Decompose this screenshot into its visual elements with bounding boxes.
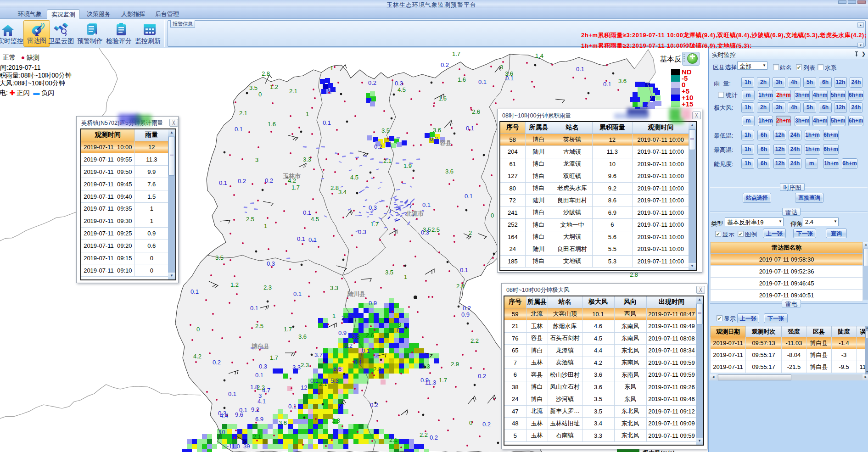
svg-text:0.1: 0.1 (465, 193, 473, 200)
svg-text:0.9: 0.9 (369, 300, 377, 307)
svg-text:2.5: 2.5 (431, 226, 440, 233)
svg-text:0.2: 0.2 (368, 79, 376, 86)
svg-text:1.6: 1.6 (268, 121, 276, 128)
svg-text:0.1: 0.1 (310, 377, 319, 384)
svg-text:0.3: 0.3 (259, 363, 267, 370)
svg-text:0.2: 0.2 (370, 402, 378, 408)
svg-text:0.1: 0.1 (323, 119, 331, 126)
svg-text:1.2: 1.2 (230, 281, 239, 288)
svg-text:0.3: 0.3 (395, 80, 403, 87)
svg-text:0.9: 0.9 (461, 311, 470, 318)
svg-text:2.9: 2.9 (451, 361, 459, 368)
svg-text:11.3: 11.3 (425, 379, 436, 386)
svg-text:2.1: 2.1 (253, 433, 261, 440)
svg-text:3.5: 3.5 (215, 254, 224, 261)
svg-text:3.3: 3.3 (303, 156, 311, 163)
svg-text:4.7: 4.7 (262, 387, 270, 394)
svg-text:-11.0: -11.0 (227, 443, 240, 450)
svg-text:北流市: 北流市 (405, 210, 424, 217)
svg-text:2.2: 2.2 (344, 342, 353, 349)
svg-text:1.2: 1.2 (270, 84, 278, 90)
svg-text:0.2: 0.2 (238, 178, 246, 184)
svg-text:2.8: 2.8 (373, 366, 381, 373)
svg-text:0.1: 0.1 (422, 201, 431, 208)
svg-text:0.3: 0.3 (369, 204, 377, 211)
svg-text:0.1: 0.1 (250, 305, 258, 312)
svg-text:0.2: 0.2 (265, 177, 273, 184)
svg-text:0: 0 (258, 91, 262, 98)
svg-text:4.1: 4.1 (258, 398, 266, 405)
svg-text:0.1: 0.1 (328, 86, 336, 93)
svg-text:2.5: 2.5 (255, 323, 263, 329)
svg-text:10: 10 (218, 429, 225, 435)
svg-text:3.4: 3.4 (338, 189, 347, 195)
svg-text:3.7: 3.7 (314, 352, 323, 358)
svg-text:2.1: 2.1 (383, 157, 392, 164)
svg-text:0.1: 0.1 (466, 125, 474, 132)
svg-text:2.1: 2.1 (389, 436, 398, 443)
svg-text:1.8: 1.8 (250, 384, 258, 391)
svg-text:2.8: 2.8 (262, 70, 270, 77)
svg-text:2.8: 2.8 (456, 283, 465, 290)
svg-text:3.6: 3.6 (433, 127, 441, 134)
svg-text:0.2: 0.2 (482, 421, 491, 428)
svg-text:0.1: 0.1 (293, 290, 302, 297)
svg-text:1.7: 1.7 (270, 354, 278, 361)
svg-text:12: 12 (301, 384, 307, 391)
svg-text:1: 1 (306, 111, 309, 117)
svg-text:0.2: 0.2 (397, 327, 405, 334)
svg-text:0.2: 0.2 (213, 359, 221, 366)
svg-text:0.2: 0.2 (374, 143, 382, 150)
svg-text:0.1: 0.1 (362, 347, 370, 354)
svg-text:0.1: 0.1 (288, 403, 297, 410)
svg-text:9.2: 9.2 (251, 406, 259, 413)
svg-text:3.3: 3.3 (330, 285, 338, 291)
svg-text:3.6: 3.6 (445, 168, 454, 175)
svg-text:容县: 容县 (439, 140, 452, 146)
svg-text:8.6: 8.6 (333, 365, 342, 372)
svg-text:2.2: 2.2 (420, 431, 428, 438)
svg-text:3.6: 3.6 (505, 70, 513, 77)
svg-text:0.1: 0.1 (308, 236, 317, 243)
svg-text:1: 1 (330, 65, 333, 72)
svg-text:0.1: 0.1 (297, 235, 305, 242)
svg-text:0.1: 0.1 (235, 126, 243, 133)
svg-text:3.6: 3.6 (618, 78, 627, 84)
svg-text:3.5: 3.5 (249, 84, 258, 91)
svg-text:3.5: 3.5 (385, 269, 393, 276)
svg-text:5.3: 5.3 (330, 377, 339, 384)
svg-text:陆川县: 陆川县 (347, 290, 365, 297)
svg-text:2.3: 2.3 (422, 363, 430, 370)
svg-text:6.9: 6.9 (255, 416, 263, 423)
svg-text:1.4: 1.4 (535, 52, 543, 59)
svg-text:3: 3 (255, 156, 258, 163)
svg-text:1: 1 (264, 223, 267, 229)
svg-text:0.9: 0.9 (338, 329, 347, 336)
svg-text:0.1: 0.1 (603, 81, 611, 88)
svg-text:0.1: 0.1 (228, 391, 236, 397)
svg-text:2.3: 2.3 (301, 362, 309, 368)
svg-text:0: 0 (469, 419, 472, 426)
svg-text:0.2: 0.2 (463, 305, 471, 312)
svg-text:0.2: 0.2 (430, 434, 438, 441)
svg-text:0.1: 0.1 (190, 288, 199, 295)
svg-text:0.1: 0.1 (460, 267, 468, 273)
svg-text:1.9: 1.9 (403, 162, 412, 169)
svg-text:0.2: 0.2 (478, 373, 486, 379)
svg-text:0.1: 0.1 (354, 359, 362, 366)
svg-text:1.7: 1.7 (452, 50, 460, 57)
svg-text:0.3: 0.3 (421, 229, 429, 236)
svg-text:2.1: 2.1 (239, 110, 247, 117)
svg-text:0.1: 0.1 (303, 209, 311, 216)
svg-text:1.7: 1.7 (370, 221, 379, 228)
svg-text:0: 0 (491, 212, 494, 219)
svg-text:2: 2 (469, 229, 472, 236)
svg-text:0.3: 0.3 (358, 229, 366, 235)
svg-text:0.3: 0.3 (267, 260, 275, 267)
svg-text:玉林市: 玉林市 (283, 173, 301, 179)
svg-text:2.2: 2.2 (470, 337, 479, 344)
svg-text:0.1: 0.1 (576, 66, 584, 73)
svg-text:0.2: 0.2 (430, 135, 438, 142)
svg-text:0.2: 0.2 (441, 61, 449, 68)
svg-text:2.3: 2.3 (342, 314, 350, 321)
